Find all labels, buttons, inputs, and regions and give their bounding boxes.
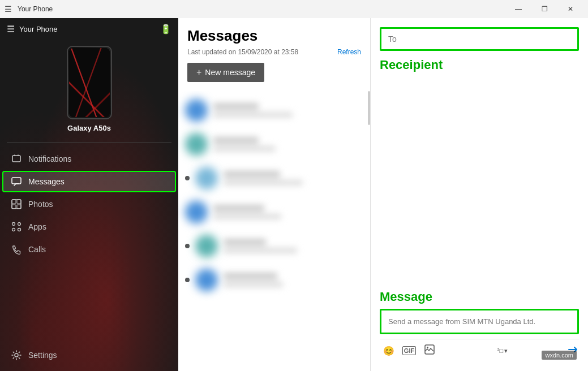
sidebar: ☰ Your Phone 🔋 Galaxy A50s [0, 18, 178, 371]
minimize-button[interactable]: — [505, 0, 531, 18]
restore-button[interactable]: ❐ [531, 0, 557, 18]
message-input[interactable] [381, 310, 577, 333]
apps-icon [11, 222, 22, 232]
main-content: ☰ Your Phone 🔋 Galaxy A50s [0, 18, 588, 371]
conv-preview-5 [224, 248, 297, 253]
recipient-section: Receipient [380, 27, 579, 77]
svg-rect-1 [12, 178, 21, 184]
conv-text-6 [224, 273, 363, 287]
conv-text-5 [224, 239, 363, 253]
hamburger-icon[interactable]: ☰ [5, 5, 12, 14]
phone-screen [69, 48, 110, 117]
avatar-2 [185, 133, 208, 156]
sidebar-item-calls[interactable]: Calls [2, 239, 176, 260]
app-title: Your Phone [18, 5, 53, 13]
messages-title: Messages [187, 27, 361, 45]
unread-dot-3 [185, 176, 190, 180]
conv-item-4[interactable] [178, 195, 370, 229]
sidebar-item-apps[interactable]: Apps [2, 216, 176, 238]
conv-text-1 [213, 103, 363, 118]
conv-text-3 [224, 171, 363, 186]
message-label: Message [380, 290, 579, 304]
compose-spacer [380, 86, 579, 290]
conv-preview-3 [224, 180, 303, 186]
svg-point-8 [18, 223, 21, 226]
battery-icon: 🔋 [160, 24, 171, 34]
conv-item-5[interactable] [178, 229, 370, 263]
messages-subtitle-row: Last updated on 15/09/2020 at 23:58 Refr… [187, 48, 361, 56]
new-message-button[interactable]: + New message [187, 63, 264, 82]
conv-name-6 [224, 273, 277, 279]
svg-point-13 [427, 347, 428, 348]
svg-point-7 [12, 223, 15, 226]
sim-label: ²□ [497, 347, 503, 354]
phone-image [67, 46, 112, 119]
gif-icon: GIF [402, 346, 416, 355]
svg-rect-0 [12, 156, 20, 162]
conv-name-4 [213, 205, 264, 212]
new-message-label: New message [205, 68, 255, 77]
sidebar-hamburger-icon[interactable]: ☰ [7, 24, 15, 34]
svg-point-11 [15, 353, 18, 357]
conv-preview-2 [213, 146, 276, 152]
conv-item-6[interactable] [178, 263, 370, 297]
conv-name-2 [213, 137, 259, 144]
gif-button[interactable]: GIF [400, 342, 418, 360]
image-button[interactable] [420, 342, 439, 360]
conv-preview-4 [213, 214, 281, 219]
recipient-label: Receipient [380, 58, 579, 72]
compose-panel: Receipient Message 😊 GIF [371, 18, 588, 371]
conv-name-5 [224, 239, 266, 245]
avatar-5 [195, 235, 218, 257]
notifications-label: Notifications [28, 154, 71, 163]
conv-item-3[interactable] [178, 161, 370, 195]
close-button[interactable]: ✕ [557, 0, 583, 18]
sidebar-item-settings[interactable]: Settings [2, 344, 176, 366]
settings-label: Settings [28, 351, 57, 360]
sidebar-header: ☰ Your Phone 🔋 [0, 18, 178, 40]
conv-item-1[interactable] [178, 93, 370, 127]
emoji-icon: 😊 [383, 346, 394, 356]
settings-icon [11, 350, 22, 360]
title-bar: ☰ Your Phone — ❐ ✕ [0, 0, 588, 18]
sidebar-item-photos[interactable]: Photos [2, 193, 176, 215]
conv-preview-6 [224, 282, 283, 287]
conv-name-3 [224, 171, 280, 178]
messages-nav-label: Messages [28, 177, 65, 186]
to-input-wrapper [380, 27, 579, 51]
calls-label: Calls [28, 245, 46, 254]
messages-panel: Messages Last updated on 15/09/2020 at 2… [178, 18, 371, 371]
sidebar-item-messages[interactable]: Messages [2, 171, 176, 192]
image-icon [424, 344, 435, 357]
watermark: wxdn.com [542, 351, 577, 360]
plus-icon: + [196, 67, 201, 77]
to-input[interactable] [381, 29, 577, 49]
sim-dropdown-icon: ▾ [504, 347, 508, 355]
message-input-wrapper [380, 309, 579, 334]
refresh-button[interactable]: Refresh [337, 48, 361, 56]
sidebar-app-title: Your Phone [19, 25, 57, 33]
conversation-list[interactable] [178, 91, 370, 371]
apps-label: Apps [28, 222, 46, 231]
avatar-4 [185, 201, 208, 223]
avatar-6 [195, 269, 218, 291]
sim-selector[interactable]: ²□ ▾ [497, 347, 508, 355]
window-controls: — ❐ ✕ [505, 0, 583, 18]
conv-item-2[interactable] [178, 127, 370, 161]
conv-text-4 [213, 205, 363, 219]
sidebar-divider [7, 143, 171, 143]
notifications-icon [11, 154, 22, 164]
avatar-3 [195, 167, 218, 189]
emoji-button[interactable]: 😊 [380, 342, 398, 360]
conv-text-2 [213, 137, 363, 152]
svg-rect-2 [12, 200, 21, 209]
avatar-1 [185, 99, 208, 122]
nav-items: Notifications Messages [0, 148, 178, 339]
unread-dot-5 [185, 244, 190, 248]
svg-point-9 [12, 228, 15, 231]
calls-icon [11, 244, 22, 254]
messages-header: Messages Last updated on 15/09/2020 at 2… [178, 18, 370, 91]
scrollbar[interactable] [368, 91, 370, 125]
nav-bottom: Settings [0, 339, 178, 371]
sidebar-item-notifications[interactable]: Notifications [2, 148, 176, 170]
